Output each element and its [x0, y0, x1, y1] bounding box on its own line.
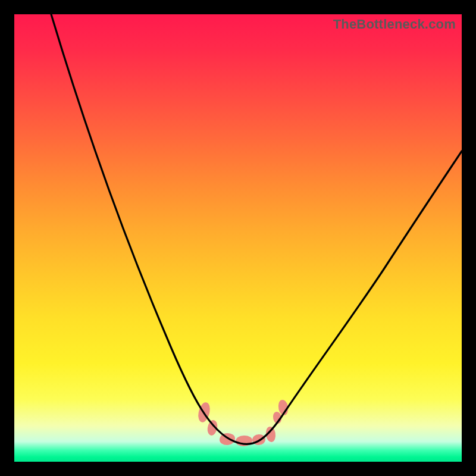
trough-blob — [265, 426, 277, 443]
trough-blob — [220, 433, 235, 445]
watermark-text: TheBottleneck.com — [333, 17, 456, 32]
bottleneck-curve — [14, 14, 462, 462]
trough-blob — [272, 411, 283, 425]
trough-blob — [236, 436, 252, 446]
trough-blob — [206, 419, 218, 436]
plot-area: TheBottleneck.com — [14, 14, 462, 462]
trough-blob — [197, 402, 212, 424]
trough-blob — [277, 399, 289, 416]
trough-blob — [252, 434, 265, 445]
